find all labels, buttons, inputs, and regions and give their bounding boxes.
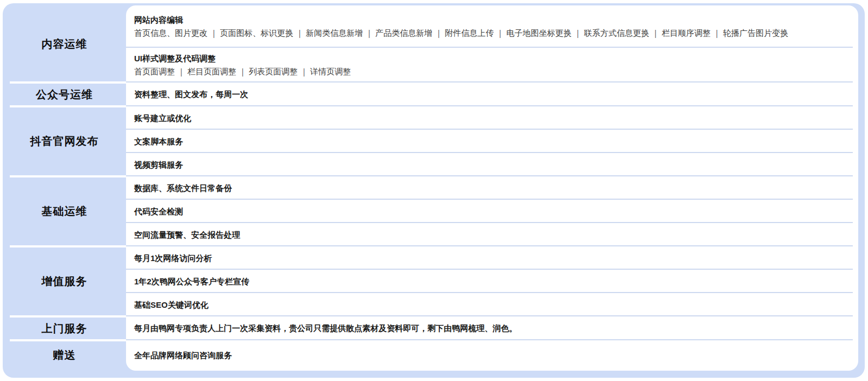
category-cell-content-ops: 内容运维 bbox=[3, 5, 126, 82]
service-detail: 首页信息、图片更改 ｜ 页面图标、标识更换 ｜ 新闻类信息新增 ｜ 产品类信息新… bbox=[134, 27, 847, 39]
service-row: 视频剪辑服务 bbox=[126, 153, 858, 176]
service-row: 代码安全检测 bbox=[126, 200, 858, 223]
service-detail: 首页面调整 ｜ 栏目页面调整 ｜ 列表页面调整 ｜ 详情页调整 bbox=[134, 66, 847, 78]
service-title: 空间流量预警、安全报告处理 bbox=[134, 229, 847, 241]
category-cell-gift: 赠送 bbox=[3, 340, 126, 370]
service-title: 文案脚本服务 bbox=[134, 136, 847, 148]
category-label: 上门服务 bbox=[42, 321, 87, 336]
category-label: 抖音官网发布 bbox=[30, 134, 99, 149]
service-title: 代码安全检测 bbox=[134, 206, 847, 218]
service-row: 每月由鸭网专项负责人上门一次采集资料，贵公司只需提供散点素材及资料即可，剩下由鸭… bbox=[126, 316, 858, 340]
category-cell-value-added: 增值服务 bbox=[3, 246, 126, 316]
service-row: 网站内容编辑 首页信息、图片更改 ｜ 页面图标、标识更换 ｜ 新闻类信息新增 ｜… bbox=[126, 5, 858, 48]
category-label: 基础运维 bbox=[42, 204, 87, 219]
category-label: 增值服务 bbox=[42, 274, 87, 289]
service-title: 网站内容编辑 bbox=[134, 14, 847, 26]
service-row: 全年品牌网络顾问咨询服务 bbox=[126, 340, 858, 370]
service-title: 账号建立或优化 bbox=[134, 112, 847, 124]
service-title: 每月由鸭网专项负责人上门一次采集资料，贵公司只需提供散点素材及资料即可，剩下由鸭… bbox=[134, 322, 847, 334]
service-title: 基础SEO关键词优化 bbox=[134, 299, 847, 311]
service-row: UI样式调整及代码调整 首页面调整 ｜ 栏目页面调整 ｜ 列表页面调整 ｜ 详情… bbox=[126, 48, 858, 82]
category-label: 赠送 bbox=[53, 348, 76, 363]
category-cell-basic-ops: 基础运维 bbox=[3, 176, 126, 246]
service-title: 资料整理、图文发布，每周一次 bbox=[134, 88, 847, 100]
service-title: 每月1次网络访问分析 bbox=[134, 252, 847, 264]
service-row: 空间流量预警、安全报告处理 bbox=[126, 223, 858, 246]
service-title: 1年2次鸭网公众号客户专栏宣传 bbox=[134, 276, 847, 288]
category-column: 内容运维 公众号运维 抖音官网发布 基础运维 增值服务 上门服务 赠送 bbox=[3, 5, 126, 370]
service-title: 全年品牌网络顾问咨询服务 bbox=[134, 350, 847, 361]
service-title: 视频剪辑服务 bbox=[134, 159, 847, 171]
service-row: 每月1次网络访问分析 bbox=[126, 246, 858, 270]
service-row: 资料整理、图文发布，每周一次 bbox=[126, 82, 858, 106]
category-cell-onsite: 上门服务 bbox=[3, 316, 126, 340]
category-label: 内容运维 bbox=[42, 37, 87, 52]
service-title: 数据库、系统文件日常备份 bbox=[134, 182, 847, 194]
service-row: 数据库、系统文件日常备份 bbox=[126, 176, 858, 200]
service-title: UI样式调整及代码调整 bbox=[134, 53, 847, 65]
service-row: 1年2次鸭网公众号客户专栏宣传 bbox=[126, 270, 858, 293]
category-cell-douyin-publish: 抖音官网发布 bbox=[3, 106, 126, 176]
service-row: 账号建立或优化 bbox=[126, 106, 858, 130]
service-detail-panel: 网站内容编辑 首页信息、图片更改 ｜ 页面图标、标识更换 ｜ 新闻类信息新增 ｜… bbox=[126, 5, 858, 371]
service-table-image: 内容运维 公众号运维 抖音官网发布 基础运维 增值服务 上门服务 赠送 bbox=[0, 0, 868, 381]
service-row: 文案脚本服务 bbox=[126, 130, 858, 153]
service-row: 基础SEO关键词优化 bbox=[126, 293, 858, 316]
category-cell-wechat-ops: 公众号运维 bbox=[3, 82, 126, 106]
service-table-card: 内容运维 公众号运维 抖音官网发布 基础运维 增值服务 上门服务 赠送 bbox=[3, 3, 865, 378]
category-label: 公众号运维 bbox=[36, 87, 93, 102]
